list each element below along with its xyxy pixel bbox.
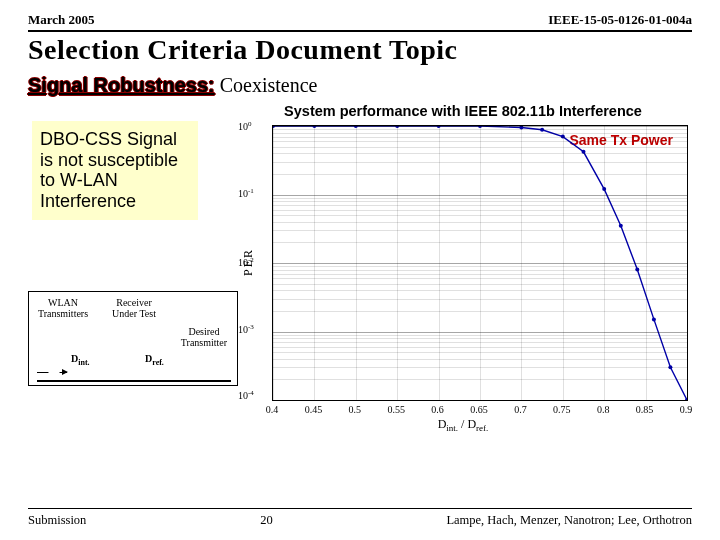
chart-ytick: 10-4 bbox=[238, 389, 254, 401]
antenna-icon bbox=[196, 363, 210, 375]
chart-xtick: 0.45 bbox=[305, 404, 323, 415]
chart-plot-area: Same Tx Power bbox=[272, 125, 688, 401]
chart-xtick: 0.4 bbox=[266, 404, 279, 415]
footer-rule bbox=[28, 508, 692, 509]
footer: Submission 20 Lampe, Hach, Menzer, Nanot… bbox=[28, 508, 692, 528]
setup-diagram: WLAN Transmitters Receiver Under Test De… bbox=[28, 291, 238, 386]
chart-xtick: 0.8 bbox=[597, 404, 610, 415]
callout-box: DBO-CSS Signal is not susceptible to W-L… bbox=[32, 121, 198, 220]
diagram-desired-label: Desired Transmitter bbox=[174, 327, 234, 348]
antenna-icon bbox=[123, 363, 137, 375]
chart-xtick: 0.5 bbox=[349, 404, 362, 415]
chart-ytick: 10-1 bbox=[238, 186, 254, 198]
subtitle-rest: Coexistence bbox=[215, 74, 318, 96]
chart-title: System performance with IEEE 802.11b Int… bbox=[234, 103, 692, 123]
diagram-receiver-label: Receiver Under Test bbox=[110, 298, 158, 319]
chart-xtick: 0.55 bbox=[387, 404, 405, 415]
diagram-dint-label: Dint. bbox=[71, 354, 90, 367]
chart-xtick: 0.65 bbox=[470, 404, 488, 415]
content-area: DBO-CSS Signal is not susceptible to W-L… bbox=[0, 103, 720, 443]
footer-authors: Lampe, Hach, Menzer, Nanotron; Lee, Orth… bbox=[446, 513, 692, 528]
per-chart: System performance with IEEE 802.11b Int… bbox=[234, 103, 692, 423]
diagram-wlan-label: WLAN Transmitters bbox=[35, 298, 91, 319]
subtitle-strong: Signal Robustness: bbox=[28, 74, 215, 96]
antenna-icon bbox=[47, 363, 61, 375]
header-date: March 2005 bbox=[28, 12, 95, 28]
svg-point-11 bbox=[619, 224, 623, 228]
header-docid: IEEE-15-05-0126-01-004a bbox=[548, 12, 692, 28]
chart-xtick: 0.7 bbox=[514, 404, 527, 415]
chart-xtick: 0.75 bbox=[553, 404, 571, 415]
chart-ytick: 10-3 bbox=[238, 323, 254, 335]
chart-xtick: 0.9 bbox=[680, 404, 693, 415]
chart-ytick: 100 bbox=[238, 120, 252, 132]
footer-left: Submission bbox=[28, 513, 86, 528]
svg-point-13 bbox=[652, 317, 656, 321]
subtitle: Signal Robustness: Coexistence bbox=[0, 74, 720, 103]
page-title: Selection Criteria Document Topic bbox=[0, 32, 720, 74]
chart-ytick: 10-2 bbox=[238, 256, 254, 268]
chart-xtick: 0.6 bbox=[431, 404, 444, 415]
chart-xlabel: Dint. / Dref. bbox=[438, 417, 489, 433]
diagram-dref-label: Dref. bbox=[145, 354, 164, 367]
footer-page-number: 20 bbox=[260, 513, 273, 528]
diagram-baseline bbox=[37, 380, 231, 382]
chart-xtick: 0.85 bbox=[636, 404, 654, 415]
